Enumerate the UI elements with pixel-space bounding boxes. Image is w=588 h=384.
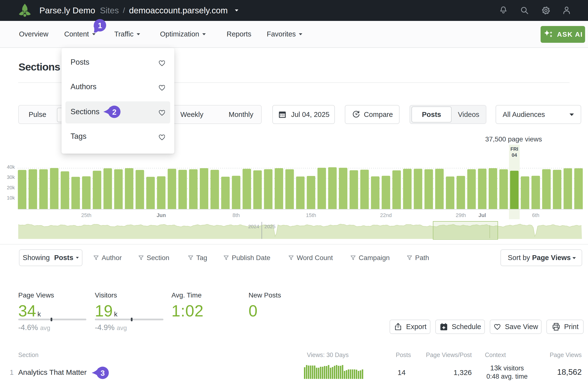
- svg-text:29th: 29th: [456, 212, 466, 218]
- svg-text:37,500 page views: 37,500 page views: [485, 135, 542, 143]
- svg-text:8th: 8th: [232, 212, 240, 218]
- svg-text:40k: 40k: [7, 164, 15, 170]
- svg-text:2024: 2024: [248, 223, 259, 229]
- svg-text:3: 3: [101, 369, 105, 377]
- svg-text:30k: 30k: [7, 174, 15, 180]
- svg-text:10k: 10k: [7, 195, 15, 201]
- svg-text:22nd: 22nd: [380, 212, 392, 218]
- svg-text:04: 04: [512, 152, 517, 158]
- svg-text:6th: 6th: [532, 212, 539, 218]
- svg-text:Jul: Jul: [478, 212, 486, 218]
- svg-text:1: 1: [98, 21, 102, 30]
- svg-text:FRI: FRI: [510, 146, 518, 152]
- svg-text:15th: 15th: [306, 212, 316, 218]
- svg-text:Jun: Jun: [157, 212, 166, 218]
- svg-text:2: 2: [112, 108, 116, 116]
- svg-text:2025: 2025: [264, 223, 275, 229]
- svg-text:20k: 20k: [7, 185, 15, 190]
- svg-text:25th: 25th: [81, 212, 91, 218]
